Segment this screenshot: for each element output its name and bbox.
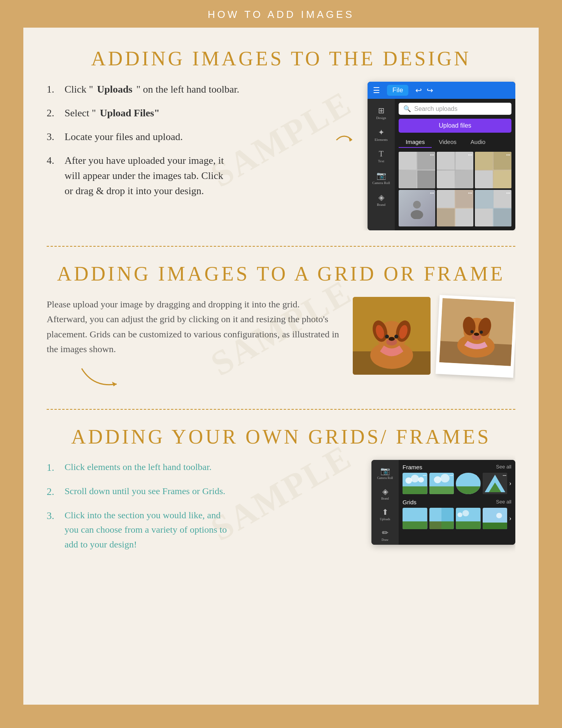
steps-list-1: Click "Uploads" on the left hand toolbar… (47, 82, 317, 207)
draw-label: Draw (382, 538, 389, 542)
grid-thumb-3[interactable] (456, 508, 481, 529)
text-icon: T (379, 149, 383, 158)
tab-images[interactable]: Images (399, 137, 432, 148)
step-2: Select "Upload Files" (47, 105, 317, 121)
dog-images-area (353, 297, 515, 376)
arrow-area-1 (333, 128, 356, 152)
step-3: Locate your files and upload. (47, 129, 317, 144)
draw-icon: ✏ (382, 528, 389, 537)
uploads-icon: ⬆ (382, 507, 389, 517)
camera-roll-label: Camera Roll (372, 181, 390, 185)
sidebar-item-text[interactable]: T Text (368, 146, 395, 166)
person-icon (406, 198, 428, 219)
frame-thumb-2[interactable]: ••• (429, 473, 454, 494)
sidebar-item-camera-roll[interactable]: 📷 Camera Roll (368, 168, 395, 188)
design-icon: ⊞ (378, 106, 385, 115)
curved-arrow-area (78, 365, 341, 393)
see-all-grids[interactable]: See all (496, 499, 511, 505)
dog-polaroid (436, 295, 515, 378)
svg-point-34 (440, 474, 449, 482)
image-thumb-5[interactable]: ••• (437, 190, 473, 226)
top-bar: HOW TO ADD IMAGES (0, 0, 562, 28)
file-label[interactable]: File (387, 85, 408, 96)
sidebar-item2-uploads[interactable]: ⬆ Uploads (371, 504, 399, 524)
section2-title: ADDING IMAGES TO A GRID OR FRAME (47, 262, 515, 285)
tab-audio[interactable]: Audio (464, 137, 492, 148)
sidebar-item2-draw[interactable]: ✏ Draw (371, 525, 399, 545)
camera-roll-label-2: Camera Roll (377, 476, 393, 480)
see-all-frames[interactable]: See all (496, 464, 511, 470)
undo-icon[interactable]: ↩ (415, 86, 422, 95)
search-input-placeholder[interactable]: Search uploads (414, 105, 457, 112)
dog-photo-main (353, 297, 431, 375)
image-thumb-2[interactable]: ••• (437, 152, 473, 188)
grid-thumb-1[interactable] (403, 508, 427, 529)
step3-1: Click elements on the left hand toolbar. (47, 460, 356, 475)
search-bar[interactable]: 🔍 Search uploads (399, 103, 511, 115)
svg-point-49 (462, 510, 469, 516)
svg-point-33 (434, 476, 441, 483)
grids-header: Grids See all (403, 499, 511, 505)
arrow-icon-1 (333, 128, 356, 152)
grid-thumb-2[interactable] (429, 508, 454, 529)
section1-body: Click "Uploads" on the left hand toolbar… (47, 82, 515, 230)
svg-rect-47 (456, 521, 481, 529)
uploads-label: Uploads (380, 517, 390, 521)
sidebar-item-design[interactable]: ⊞ Design (368, 103, 395, 123)
grids-chevron-icon[interactable]: › (509, 514, 511, 523)
page-title: HOW TO ADD IMAGES (208, 9, 354, 20)
canva2-main: Frames See all ••• (399, 460, 515, 545)
section1: SAMPLE ADDING IMAGES TO THE DESIGN Click… (47, 47, 515, 230)
step-1: Click "Uploads" on the left hand toolbar… (47, 82, 317, 97)
hamburger-icon[interactable]: ☰ (373, 86, 380, 95)
svg-point-12 (385, 335, 389, 339)
toolbar-icons: ↩ ↪ (415, 86, 433, 95)
frame-thumb-triangle[interactable]: ••• (483, 473, 508, 494)
canva2-body: 📷 Camera Roll ◈ Brand ⬆ Uploads ✏ (371, 460, 515, 545)
grid-scene-1 (403, 508, 427, 529)
tabs-row: Images Videos Audio (399, 137, 511, 148)
grid-thumb-4[interactable] (483, 508, 508, 529)
grid-scene-2b (441, 508, 454, 529)
image-thumb-3[interactable]: ••• (475, 152, 511, 188)
sidebar-item-brand[interactable]: ◈ Brand (368, 189, 395, 210)
polaroid-photo (439, 298, 514, 366)
section2-body: Please upload your image by dragging and… (47, 297, 515, 393)
frames-row: ••• ••• (403, 473, 511, 494)
upload-files-button[interactable]: Upload files (399, 119, 511, 133)
svg-point-15 (389, 337, 395, 341)
svg-point-29 (411, 475, 419, 482)
svg-point-1 (413, 201, 421, 209)
image-thumb-4[interactable]: ••• (399, 190, 435, 226)
grid-scene-4 (483, 508, 508, 529)
svg-rect-36 (456, 486, 481, 494)
elements-icon: ✦ (378, 128, 385, 137)
image-thumb-1[interactable]: ••• (399, 152, 435, 188)
canva-main-1: 🔍 Search uploads Upload files Images Vid… (395, 99, 515, 230)
section3: SAMPLE ADDING YOUR OWN GRIDS/ FRAMES Cli… (47, 425, 515, 560)
frame-thumb-1[interactable]: ••• (403, 473, 427, 494)
search-icon: 🔍 (403, 105, 411, 112)
frame-thumb-circle[interactable]: ••• (456, 473, 481, 494)
svg-rect-27 (403, 486, 427, 494)
design-label: Design (376, 116, 386, 120)
image-thumb-6[interactable]: ••• (475, 190, 511, 226)
canva-screenshot-1: ☰ File ↩ ↪ ⊞ Design ✦ (368, 82, 515, 230)
divider-1 (47, 246, 515, 247)
grid-scene-2a (429, 508, 442, 529)
canva-screenshot-2: 📷 Camera Roll ◈ Brand ⬆ Uploads ✏ (371, 460, 515, 545)
polaroid-dog-svg (439, 298, 514, 366)
brand-label: Brand (377, 203, 385, 207)
sidebar-item2-brand[interactable]: ◈ Brand (371, 484, 399, 503)
sidebar-item2-camera-roll[interactable]: 📷 Camera Roll (371, 463, 399, 483)
camera-roll-icon: 📷 (376, 171, 386, 180)
svg-rect-43 (429, 521, 442, 529)
sidebar-item-elements[interactable]: ✦ Elements (368, 125, 395, 145)
grid-scene-3 (456, 508, 481, 529)
frames-chevron-icon[interactable]: › (509, 479, 511, 488)
step-4: After you have uploaded your image, itwi… (47, 153, 317, 198)
redo-icon[interactable]: ↪ (427, 86, 433, 95)
curved-arrow-icon (78, 365, 124, 392)
tab-videos[interactable]: Videos (432, 137, 464, 148)
canva-toolbar-top: ☰ File ↩ ↪ (368, 82, 515, 99)
